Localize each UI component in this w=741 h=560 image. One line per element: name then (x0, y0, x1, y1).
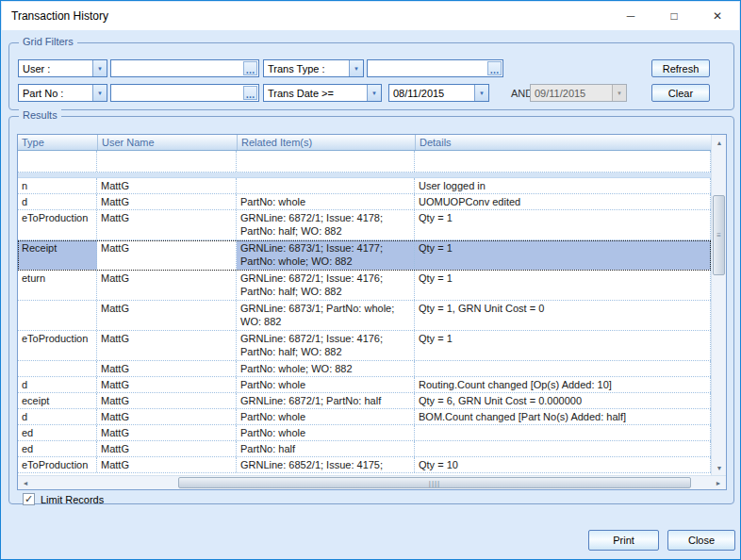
filter-cell[interactable] (18, 151, 97, 172)
cell-details[interactable] (415, 441, 711, 456)
close-button[interactable]: ✕ (696, 2, 739, 30)
cell-related[interactable]: GRNLine: 6872/1; PartNo: half (237, 393, 415, 408)
part-no-filter-input[interactable]: … (110, 84, 259, 102)
cell-related[interactable]: GRNLine: 6852/1; Issue: 4175; PartNo: (237, 457, 415, 472)
cell-user[interactable]: MattG (97, 178, 237, 193)
trans-date-dropdown-button[interactable]: ▼ (367, 85, 381, 101)
user-filter-combo[interactable]: User : ▼ (18, 59, 107, 77)
filter-cell[interactable] (237, 151, 415, 172)
column-header-related-item-s-[interactable]: Related Item(s) (237, 135, 415, 150)
cell-user[interactable]: MattG (97, 377, 237, 392)
cell-related[interactable]: PartNo: whole (237, 194, 415, 209)
cell-related[interactable]: PartNo: whole (237, 409, 415, 424)
cell-user[interactable]: MattG (97, 457, 237, 472)
cell-user[interactable]: MattG (97, 441, 237, 456)
cell-user[interactable]: MattG (97, 240, 237, 270)
cell-type[interactable]: d (18, 194, 97, 209)
grid-row[interactable]: eToProductionMattGGRNLine: 6872/1; Issue… (18, 210, 711, 240)
cell-related[interactable]: PartNo: whole (237, 377, 415, 392)
user-filter-dropdown-button[interactable]: ▼ (92, 60, 107, 76)
cell-details[interactable]: Qty = 1, GRN Unit Cost = 0 (415, 301, 711, 330)
trans-date-from-dropdown-button[interactable]: ▼ (474, 85, 488, 101)
cell-details[interactable]: Qty = 10 (415, 457, 711, 472)
cell-details[interactable]: User logged in (415, 178, 711, 193)
trans-type-ellipsis-button[interactable]: … (487, 61, 502, 75)
grid-row[interactable]: eceiptMattGGRNLine: 6872/1; PartNo: half… (18, 393, 711, 409)
cell-related[interactable]: PartNo: half (237, 441, 415, 456)
user-filter-ellipsis-button[interactable]: … (243, 61, 257, 75)
grid-filter-row[interactable] (18, 151, 711, 173)
grid-row[interactable]: dMattGPartNo: wholeUOMUOPConv edited (18, 194, 711, 210)
cell-type[interactable]: eToProduction (18, 331, 97, 360)
trans-type-filter-input[interactable]: … (367, 59, 503, 77)
cell-related[interactable]: GRNLine: 6873/1; PartNo: whole; WO: 882 (237, 301, 415, 330)
cell-user[interactable]: MattG (97, 271, 237, 300)
cell-user[interactable]: MattG (97, 194, 237, 209)
grid-row[interactable]: MattGPartNo: whole; WO: 882 (18, 361, 711, 377)
cell-type[interactable]: Receipt (18, 240, 97, 270)
cell-details[interactable]: Routing.Count changed [Op(s) Added: 10] (415, 377, 711, 392)
clear-button[interactable]: Clear (651, 84, 710, 102)
refresh-button[interactable]: Refresh (651, 59, 710, 77)
column-header-details[interactable]: Details (415, 135, 711, 150)
cell-user[interactable]: MattG (97, 210, 237, 239)
print-button[interactable]: Print (588, 530, 659, 551)
cell-details[interactable] (415, 361, 711, 376)
grid-row[interactable]: MattGGRNLine: 6873/1; PartNo: whole; WO:… (18, 301, 711, 331)
limit-records-checkbox[interactable]: ✓ (23, 493, 35, 505)
cell-details[interactable]: Qty = 1 (415, 240, 711, 270)
cell-user[interactable]: MattG (97, 301, 237, 330)
vertical-scrollbar[interactable]: ▲ ≡ ▼ (711, 135, 726, 475)
part-no-ellipsis-button[interactable]: … (243, 86, 257, 100)
scroll-down-button[interactable]: ▼ (712, 460, 727, 475)
cell-related[interactable]: PartNo: whole (237, 425, 415, 440)
scroll-right-button[interactable]: ► (711, 476, 726, 490)
limit-records-option[interactable]: ✓ Limit Records (23, 493, 104, 505)
grid-row[interactable]: eturnMattGGRNLine: 6872/1; Issue: 4176; … (18, 271, 711, 301)
trans-type-filter-combo[interactable]: Trans Type : ▼ (263, 59, 364, 77)
cell-type[interactable]: eceipt (18, 393, 97, 408)
grid-row[interactable]: dMattGPartNo: wholeBOM.Count changed [Pa… (18, 409, 711, 425)
cell-user[interactable]: MattG (97, 425, 237, 440)
trans-date-from-picker[interactable]: 08/11/2015 ▼ (388, 84, 489, 102)
user-filter-input[interactable]: … (110, 59, 259, 77)
grid-row[interactable]: eToProductionMattGGRNLine: 6852/1; Issue… (18, 457, 711, 473)
grid-row[interactable]: nMattGUser logged in (18, 178, 711, 194)
cell-type[interactable] (18, 301, 97, 330)
grid-row[interactable]: edMattGPartNo: whole (18, 425, 711, 441)
horizontal-scrollbar-thumb[interactable]: |||| (178, 477, 691, 488)
scroll-up-button[interactable]: ▲ (712, 135, 727, 150)
cell-related[interactable]: GRNLine: 6872/1; Issue: 4176; PartNo: ha… (237, 331, 415, 360)
column-header-user-name[interactable]: User Name (97, 135, 237, 150)
cell-related[interactable]: PartNo: whole; WO: 882 (237, 361, 415, 376)
grid-row[interactable]: ReceiptMattGGRNLine: 6873/1; Issue: 4177… (18, 240, 711, 271)
cell-type[interactable]: eturn (18, 271, 97, 300)
close-dialog-button[interactable]: Close (667, 530, 735, 551)
grid-row[interactable]: dMattGPartNo: wholeRouting.Count changed… (18, 377, 711, 393)
filter-cell[interactable] (415, 151, 711, 172)
cell-details[interactable]: Qty = 1 (415, 271, 711, 300)
scroll-left-button[interactable]: ◄ (18, 476, 33, 490)
part-no-dropdown-button[interactable]: ▼ (92, 85, 107, 101)
cell-type[interactable]: eToProduction (18, 210, 97, 239)
cell-type[interactable]: ed (18, 441, 97, 456)
cell-related[interactable] (237, 178, 415, 193)
cell-type[interactable] (18, 361, 97, 376)
cell-type[interactable]: eToProduction (18, 457, 97, 472)
cell-type[interactable]: d (18, 377, 97, 392)
results-grid[interactable]: TypeUser NameRelated Item(s)Details nMat… (17, 134, 727, 490)
horizontal-scrollbar[interactable]: ◄ |||| ► (18, 475, 726, 489)
cell-type[interactable]: ed (18, 425, 97, 440)
cell-related[interactable]: GRNLine: 6872/1; Issue: 4176; PartNo: ha… (237, 271, 415, 300)
cell-type[interactable]: n (18, 178, 97, 193)
grid-row[interactable]: edMattGPartNo: half (18, 441, 711, 457)
vertical-scrollbar-thumb[interactable]: ≡ (713, 195, 725, 275)
trans-type-dropdown-button[interactable]: ▼ (349, 60, 363, 76)
cell-details[interactable]: UOMUOPConv edited (415, 194, 711, 209)
cell-type[interactable]: d (18, 409, 97, 424)
cell-details[interactable]: BOM.Count changed [Part No(s) Added: hal… (415, 409, 711, 424)
cell-details[interactable]: Qty = 1 (415, 210, 711, 239)
cell-user[interactable]: MattG (97, 331, 237, 360)
maximize-button[interactable]: □ (652, 2, 696, 30)
cell-user[interactable]: MattG (97, 393, 237, 408)
